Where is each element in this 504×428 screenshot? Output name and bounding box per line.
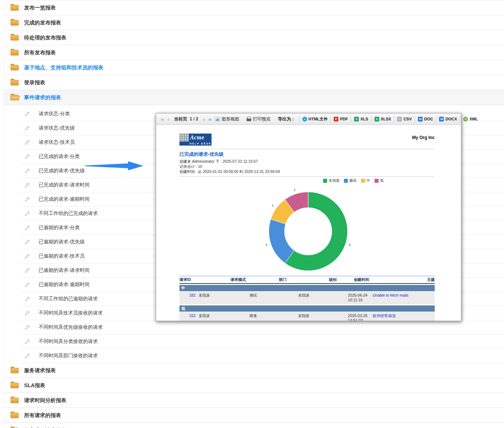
subject-link[interactable]: 软件经常崩溃 bbox=[373, 313, 396, 318]
column-header: 请求模式 bbox=[230, 277, 279, 282]
pencil-icon bbox=[24, 310, 30, 316]
folder-icon bbox=[11, 398, 19, 403]
export-button[interactable]: W DOCX bbox=[438, 117, 458, 122]
logo-pixel-pattern bbox=[179, 134, 189, 142]
folder-row[interactable]: 登录报表 bbox=[4, 75, 504, 90]
request-id-link[interactable]: 152 bbox=[189, 313, 195, 318]
pencil-icon bbox=[24, 282, 30, 288]
report-item-label: 已逾期的请求-逾期时间 bbox=[39, 281, 90, 288]
bar-chart-icon bbox=[215, 117, 220, 121]
logo-tagline: HELP DESK bbox=[179, 142, 212, 146]
legend-label: 低 bbox=[380, 178, 384, 183]
segment-value-label: 1 bbox=[294, 188, 295, 192]
request-id-link[interactable]: 182 bbox=[189, 293, 195, 297]
next-page-button[interactable]: › bbox=[203, 116, 205, 122]
report-item-label: 不同时间及优先级接收的请求 bbox=[39, 324, 103, 331]
column-header: 部门 bbox=[279, 277, 329, 282]
folder-row[interactable]: 所有发布报表 bbox=[4, 45, 504, 60]
acme-helpdesk-logo: Acme HELP DESK bbox=[179, 134, 212, 146]
export-button[interactable]: X XLSX bbox=[374, 117, 392, 122]
chart-view-button[interactable]: 图形视图 bbox=[213, 116, 241, 122]
folder-row[interactable]: 请求时间分析报表 bbox=[4, 393, 504, 408]
folder-label: 事件请求的报表 bbox=[24, 94, 61, 101]
segment-value-label: 2 bbox=[265, 243, 267, 247]
request-mode-cell: 未指派 bbox=[198, 293, 249, 298]
segment-value-label: 1 bbox=[272, 204, 274, 207]
report-item[interactable]: 不同时间及优先级接收的请求 bbox=[20, 320, 504, 335]
export-button[interactable]: P PDF bbox=[333, 117, 349, 122]
report-item[interactable]: 不同时间及部门接收的请求 bbox=[20, 349, 504, 363]
report-item-label: 不同时间及分类接收的请求 bbox=[39, 338, 98, 345]
column-header: 主题 bbox=[427, 277, 435, 282]
pencil-icon bbox=[24, 353, 30, 359]
report-item-label: 已完成的请求-请求时间 bbox=[39, 182, 90, 188]
folder-row[interactable]: 服务请求报表 bbox=[4, 363, 504, 378]
column-header: 创建时间 bbox=[354, 277, 427, 282]
pencil-icon bbox=[24, 211, 30, 217]
folder-row[interactable]: 事件请求的报表 bbox=[4, 90, 504, 105]
report-item-label: 请求状态-技术员 bbox=[39, 139, 75, 146]
pencil-icon bbox=[24, 111, 30, 117]
legend-label: 极高 bbox=[349, 178, 357, 183]
popup-toolbar: « ‹ 当前页 1 / 2 › » 图形视图 打印预览 导出为： e bbox=[156, 113, 461, 125]
folder-label: SLA报表 bbox=[24, 382, 45, 389]
folder-label: 请求时间分析报表 bbox=[24, 397, 66, 404]
created-time-cell: 2025-03-2514:51:03 bbox=[348, 313, 373, 321]
folder-row[interactable]: SLA报表 bbox=[4, 378, 504, 393]
report-record-total: 记录合计 : 10 bbox=[179, 164, 435, 169]
prev-page-button[interactable]: ‹ bbox=[167, 116, 169, 122]
pencil-icon bbox=[24, 196, 30, 203]
report-item-label: 请求状态-优先级 bbox=[39, 125, 75, 131]
export-button[interactable]: e HTML文件 bbox=[302, 116, 329, 122]
legend-item[interactable]: 中 bbox=[361, 178, 370, 183]
report-item-label: 已逾期的请求-分类 bbox=[39, 224, 80, 231]
group-band: 中 bbox=[179, 285, 435, 291]
folder-row[interactable]: 待处理的发布报表 bbox=[4, 30, 504, 45]
legend-item[interactable]: 极高 bbox=[344, 178, 357, 183]
file-type-icon: C bbox=[397, 117, 402, 122]
export-as-label: 导出为： bbox=[276, 116, 297, 122]
table-row: 182 未指派 测试 未指派 2025-06-2410:11:16 Unable… bbox=[179, 292, 435, 304]
report-item-label: 已完成的请求-逾期时间 bbox=[39, 196, 90, 203]
folder-row[interactable]: 基于地点、支持组和技术员的报表 bbox=[4, 60, 504, 75]
print-preview-button[interactable]: 打印预览 bbox=[245, 116, 272, 122]
report-item[interactable]: 不同时间及分类接收的请求 bbox=[20, 335, 504, 349]
legend-swatch bbox=[375, 179, 379, 183]
legend-label: 未指派 bbox=[329, 178, 340, 183]
report-title: 已完成的请求-优先级 bbox=[179, 151, 435, 158]
folder-icon bbox=[11, 35, 19, 41]
file-type-icon: P bbox=[334, 117, 338, 122]
report-item-label: 已完成的请求-分类 bbox=[39, 153, 80, 160]
folder-row[interactable]: 完成的发布报表 bbox=[4, 15, 504, 30]
pencil-icon bbox=[24, 239, 30, 245]
folder-icon bbox=[11, 50, 19, 55]
annotation-arrow-icon bbox=[85, 161, 144, 171]
table-header-row: 请求ID请求模式部门级别创建时间主题 bbox=[179, 276, 435, 284]
export-button[interactable]: X XLS bbox=[353, 117, 369, 122]
organization-name: My Org Inc bbox=[412, 135, 435, 140]
folder-row[interactable]: 发布一览报表 bbox=[4, 0, 504, 15]
last-page-button[interactable]: » bbox=[208, 116, 211, 122]
first-page-button[interactable]: « bbox=[161, 116, 164, 122]
folder-row[interactable]: 已完成的请求报表 bbox=[4, 423, 504, 428]
pencil-icon bbox=[24, 267, 30, 274]
folder-label: 所有发布报表 bbox=[24, 49, 56, 56]
meta-divider bbox=[179, 176, 435, 177]
report-creator: 创建者 Administrator 于 : 2025-07-22 11:15:5… bbox=[179, 159, 435, 164]
folder-row[interactable]: 所有请求的报表 bbox=[4, 408, 504, 423]
legend-swatch bbox=[323, 179, 327, 183]
request-mode-cell: 未指派 bbox=[198, 313, 249, 319]
subject-link[interactable]: Unable to fetch mails bbox=[373, 293, 408, 297]
file-type-icon: X bbox=[463, 117, 468, 122]
legend-item[interactable]: 未指派 bbox=[323, 178, 340, 183]
report-item-label: 不同时间及部门接收的请求 bbox=[39, 352, 98, 359]
pencil-icon bbox=[24, 225, 30, 231]
level-cell: 未指派 bbox=[298, 293, 348, 298]
folder-icon bbox=[11, 65, 19, 70]
legend-item[interactable]: 低 bbox=[375, 178, 384, 183]
pencil-icon bbox=[24, 253, 30, 259]
export-button[interactable]: X XML bbox=[462, 117, 478, 122]
folder-label: 所有请求的报表 bbox=[24, 412, 61, 419]
export-button[interactable]: W DOC bbox=[417, 117, 434, 122]
export-button[interactable]: C CSV bbox=[396, 117, 412, 122]
